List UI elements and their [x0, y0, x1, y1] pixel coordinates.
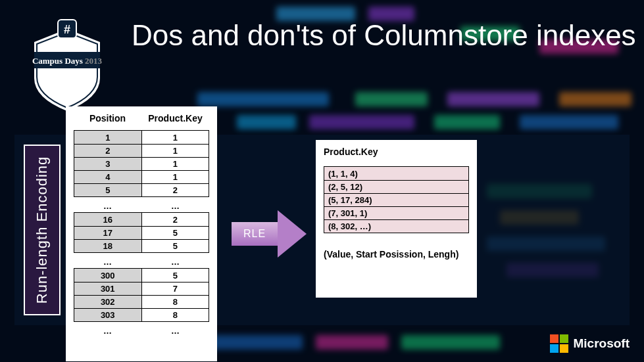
encoded-rows: (1, 1, 4) (2, 5, 12) (5, 17, 284) (7, 30…	[324, 166, 469, 233]
svg-text:#: #	[64, 23, 70, 36]
sidebar-label: Run-length Encoding	[34, 156, 51, 304]
sidebar-label-box: Run-length Encoding	[24, 145, 61, 315]
encoded-row: (2, 5, 12)	[324, 180, 468, 193]
encoded-header: Product.Key	[324, 147, 469, 157]
encoded-legend: (Value, Start Posission, Lengh)	[324, 249, 469, 260]
microsoft-wordmark: Microsoft	[574, 336, 630, 351]
table-row: 185	[74, 239, 209, 252]
rle-arrow: RLE	[232, 210, 307, 258]
table-row: 3017	[74, 282, 209, 295]
ellipsis-row: ……	[74, 201, 209, 211]
ellipsis-row: ……	[74, 326, 209, 336]
campus-days-badge: Campus Days 2013 #	[21, 16, 113, 114]
svg-text:Campus Days 2013: Campus Days 2013	[32, 56, 103, 66]
table-group-1: 11 21 31 41 52	[74, 130, 209, 197]
ellipsis-row: ……	[74, 257, 209, 267]
table-row: 52	[74, 183, 209, 196]
slide-title: Dos and don'ts of Columnstore indexes	[132, 20, 636, 51]
table-row: 21	[74, 144, 209, 157]
encoded-row: (7, 301, 1)	[324, 206, 468, 219]
col-header-productkey: Product.Key	[141, 113, 209, 124]
table-group-3: 3005 3017 3028 3038	[74, 268, 209, 322]
table-row: 3005	[74, 269, 209, 282]
table-row: 41	[74, 170, 209, 183]
table-row: 3038	[74, 308, 209, 321]
arrow-head-icon	[278, 210, 307, 258]
arrow-label: RLE	[232, 222, 278, 246]
table-row: 31	[74, 157, 209, 170]
col-header-position: Position	[74, 113, 141, 124]
table-row: 11	[74, 131, 209, 144]
encoded-row: (1, 1, 4)	[324, 167, 468, 180]
encoded-row: (5, 17, 284)	[324, 193, 468, 206]
encoded-row: (8, 302, …)	[324, 219, 468, 233]
table-group-2: 162 175 185	[74, 212, 209, 253]
table-row: 175	[74, 226, 209, 239]
encoded-table: Product.Key (1, 1, 4) (2, 5, 12) (5, 17,…	[316, 140, 477, 298]
table-row: 162	[74, 213, 209, 226]
source-table: Position Product.Key 11 21 31 41 52 …… 1…	[66, 106, 217, 361]
microsoft-logo: Microsoft	[550, 334, 630, 353]
microsoft-squares-icon	[550, 334, 568, 353]
table-row: 3028	[74, 295, 209, 308]
